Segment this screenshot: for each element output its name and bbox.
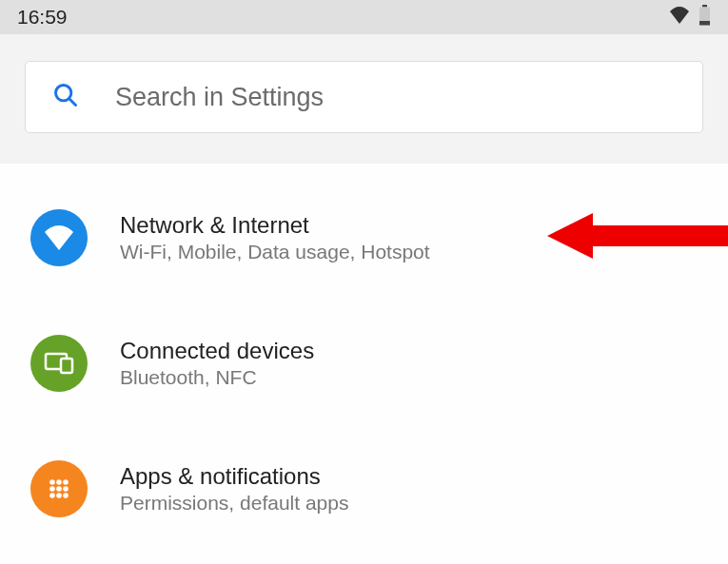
svg-point-11 [49, 486, 55, 492]
search-section: Search in Settings [0, 34, 728, 164]
svg-point-16 [63, 493, 69, 498]
wifi-icon [30, 209, 88, 266]
svg-point-14 [49, 493, 55, 498]
setting-title: Network & Internet [120, 212, 430, 239]
setting-title: Connected devices [120, 338, 314, 364]
setting-subtitle: Wi-Fi, Mobile, Data usage, Hotspot [120, 241, 430, 263]
battery-icon [698, 5, 711, 29]
svg-point-8 [49, 479, 55, 485]
svg-rect-0 [702, 5, 707, 8]
search-placeholder: Search in Settings [115, 83, 324, 112]
wifi-status-icon [668, 6, 691, 29]
setting-item-network[interactable]: Network & Internet Wi-Fi, Mobile, Data u… [0, 192, 728, 283]
arrow-annotation [547, 209, 728, 266]
apps-icon [30, 460, 88, 517]
status-time: 16:59 [17, 6, 68, 29]
svg-rect-7 [61, 359, 72, 373]
svg-marker-5 [547, 213, 728, 259]
svg-point-15 [56, 493, 62, 498]
setting-text: Connected devices Bluetooth, NFC [120, 338, 314, 389]
setting-item-connected-devices[interactable]: Connected devices Bluetooth, NFC [0, 318, 728, 409]
setting-text: Apps & notifications Permissions, defaul… [120, 463, 348, 515]
setting-title: Apps & notifications [120, 463, 348, 490]
setting-item-apps[interactable]: Apps & notifications Permissions, defaul… [0, 443, 728, 535]
search-bar[interactable]: Search in Settings [25, 61, 703, 133]
svg-rect-2 [699, 21, 710, 26]
svg-point-9 [56, 479, 62, 485]
status-icons [668, 5, 711, 29]
svg-point-10 [63, 479, 69, 485]
svg-line-4 [69, 99, 76, 106]
devices-icon [30, 335, 88, 392]
setting-text: Network & Internet Wi-Fi, Mobile, Data u… [120, 212, 430, 263]
status-bar: 16:59 [0, 0, 728, 34]
setting-subtitle: Permissions, default apps [120, 492, 348, 515]
settings-list: Network & Internet Wi-Fi, Mobile, Data u… [0, 164, 728, 535]
search-icon [52, 82, 79, 112]
svg-point-12 [56, 486, 62, 492]
svg-point-13 [63, 486, 69, 492]
setting-subtitle: Bluetooth, NFC [120, 366, 314, 389]
